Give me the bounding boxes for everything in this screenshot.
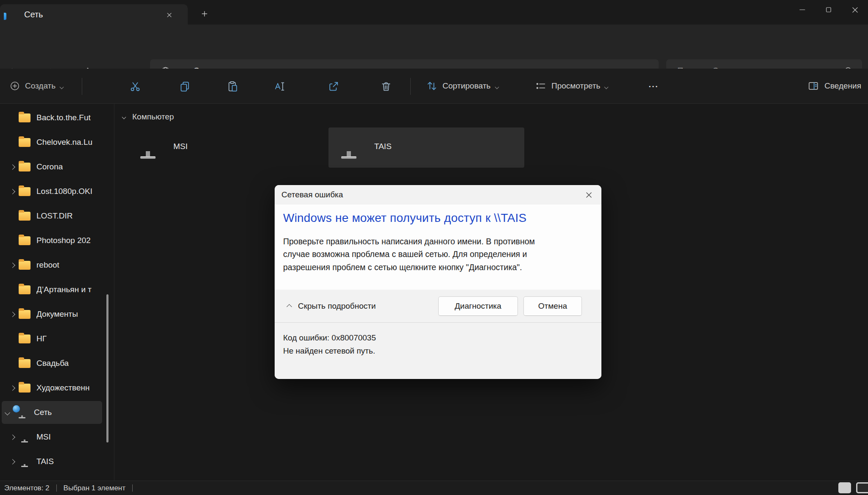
thumbnail-view-toggle-icon[interactable] [856, 482, 868, 493]
cancel-button[interactable]: Отмена [523, 296, 582, 316]
folder-icon [19, 163, 31, 171]
sidebar-item-label: Corona [36, 162, 63, 171]
sidebar-item-folder[interactable]: Chelovek.na.Lu [0, 130, 114, 155]
tab-network[interactable]: Сеть [0, 4, 188, 25]
new-tab-button[interactable] [197, 7, 211, 20]
sidebar-item-label: MSI [36, 432, 51, 442]
sidebar-item-network[interactable]: Сеть [0, 400, 114, 425]
chevron-down-icon [60, 83, 63, 90]
sidebar-item-label: Photoshop 202 [36, 236, 91, 245]
details-pane-button[interactable]: Сведения [807, 69, 861, 103]
cut-icon[interactable] [125, 77, 145, 96]
folder-icon [19, 236, 31, 245]
dialog-heading: Windows не может получить доступ к \\TAI… [283, 211, 592, 225]
chevron-down-icon[interactable] [1, 411, 14, 415]
chevron-right-icon[interactable] [6, 190, 19, 194]
paste-icon[interactable] [223, 77, 242, 96]
dialog-footer: Скрыть подробности Диагностика Отмена [275, 290, 601, 322]
sidebar-item-label: НГ [36, 334, 47, 343]
command-bar: Создать [0, 69, 868, 104]
dialog-close-icon[interactable] [580, 187, 597, 202]
computer-icon [335, 131, 362, 164]
sidebar-item-folder[interactable]: НГ [0, 326, 114, 351]
share-icon[interactable] [324, 77, 343, 96]
maximize-button[interactable] [815, 0, 842, 19]
copy-icon[interactable] [175, 77, 194, 96]
sidebar-item-computer[interactable]: TAIS [0, 449, 114, 474]
sort-button[interactable]: Сортировать [426, 69, 498, 103]
sidebar-item-folder[interactable]: Corona [0, 155, 114, 179]
sidebar-item-folder[interactable]: Свадьба [0, 351, 114, 376]
sidebar-item-folder[interactable]: Photoshop 202 [0, 228, 114, 253]
error-code-text: Код ошибки: 0x80070035 [283, 331, 593, 344]
tab-close-icon[interactable] [162, 9, 176, 20]
hide-details-expander[interactable]: Скрыть подробности [287, 301, 376, 311]
sidebar-item-folder[interactable]: Back.to.the.Fut [0, 105, 114, 130]
chevron-right-icon[interactable] [6, 386, 19, 390]
sidebar-item-label: Back.to.the.Fut [36, 113, 91, 122]
navigation-pane: Back.to.the.Fut Chelovek.na.Lu Corona Lo… [0, 104, 114, 481]
diagnose-button[interactable]: Диагностика [438, 296, 518, 316]
sidebar-item-folder[interactable]: reboot [0, 253, 114, 277]
explorer-app-icon [4, 13, 6, 20]
sidebar-scrollbar[interactable] [106, 294, 108, 442]
sidebar-item-label: Д’Артаньян и т [36, 285, 92, 294]
sidebar-item-label: LOST.DIR [36, 211, 73, 221]
dialog-title-bar: Сетевая ошибка [275, 185, 601, 205]
sort-button-label: Сортировать [442, 81, 491, 91]
sidebar-item-label: Свадьба [36, 359, 69, 368]
sidebar-item-label: Lost.1080p.OKI [36, 187, 92, 196]
dialog-body: Windows не может получить доступ к \\TAI… [275, 205, 601, 290]
sidebar-item-label: Сеть [34, 408, 52, 417]
details-view-toggle-icon[interactable] [838, 482, 851, 493]
chevron-right-icon[interactable] [6, 263, 19, 267]
view-button[interactable]: Просмотреть [535, 69, 608, 103]
group-header-computer[interactable]: Компьютер [122, 112, 174, 122]
chevron-right-icon[interactable] [6, 460, 19, 464]
computer-icon [19, 456, 31, 467]
chevron-down-icon [495, 83, 498, 90]
error-description-text: Не найден сетевой путь. [283, 344, 593, 357]
dialog-title: Сетевая ошибка [281, 190, 343, 199]
new-button-label: Создать [25, 81, 56, 91]
toolbar-divider [82, 78, 82, 95]
view-button-label: Просмотреть [551, 81, 600, 91]
close-button[interactable] [842, 0, 868, 19]
tab-strip: Сеть [0, 0, 868, 25]
folder-icon [19, 187, 31, 196]
more-options-icon[interactable]: ••• [644, 80, 664, 93]
sidebar-item-folder[interactable]: Художественн [0, 376, 114, 400]
sidebar-item-folder[interactable]: LOST.DIR [0, 204, 114, 228]
status-divider [132, 484, 133, 492]
chevron-down-icon[interactable] [122, 115, 126, 119]
tab-title: Сеть [24, 10, 43, 19]
sidebar-item-label: TAIS [36, 457, 54, 466]
dialog-message: Проверьте правильность написания данного… [283, 235, 561, 274]
toolbar-divider [410, 78, 411, 95]
items-count-text: Элементов: 2 [4, 484, 50, 492]
file-tile-tais[interactable]: TAIS [328, 127, 524, 168]
sidebar-item-folder[interactable]: Документы [0, 302, 114, 326]
folder-icon [19, 285, 31, 294]
sidebar-item-folder[interactable]: Д’Артаньян и т [0, 277, 114, 302]
details-pane-label: Сведения [824, 81, 861, 91]
sidebar-item-label: reboot [36, 260, 59, 270]
navigation-bar: Сеть [0, 25, 868, 69]
minimize-button[interactable] [789, 0, 815, 19]
sidebar-item-folder[interactable]: Lost.1080p.OKI [0, 179, 114, 204]
folder-icon [19, 335, 31, 343]
file-tile-msi[interactable]: MSI [128, 127, 323, 168]
folder-icon [19, 359, 31, 368]
chevron-right-icon[interactable] [6, 435, 19, 439]
delete-icon[interactable] [376, 77, 395, 96]
folder-icon [19, 261, 31, 270]
rename-icon[interactable] [270, 77, 289, 96]
computer-icon [134, 131, 161, 164]
folder-icon [19, 138, 31, 147]
sidebar-item-computer[interactable]: MSI [0, 425, 114, 449]
chevron-up-icon [287, 304, 292, 310]
chevron-right-icon[interactable] [6, 165, 19, 169]
new-button[interactable]: Создать [9, 69, 63, 103]
sidebar-item-label: Художественн [36, 383, 89, 393]
chevron-right-icon[interactable] [6, 312, 19, 316]
